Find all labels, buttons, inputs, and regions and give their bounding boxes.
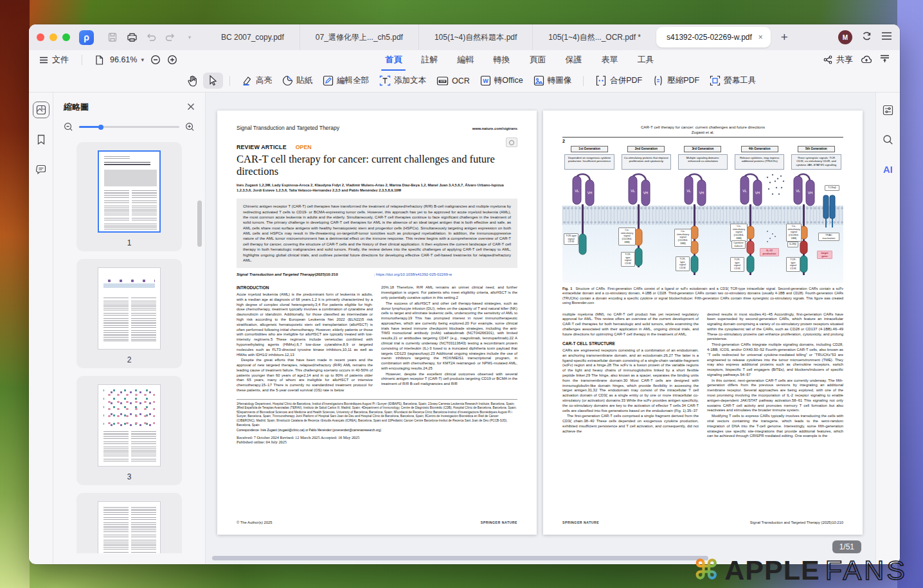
edit-all-tool-button[interactable]: 編輯全部	[318, 73, 374, 89]
main-menu-icon[interactable]	[881, 31, 892, 43]
tool-label: 合併PDF	[610, 75, 642, 86]
document-tab[interactable]: 105(1~4)自然科題本.pdf	[418, 24, 532, 50]
sync-icon[interactable]	[861, 31, 872, 44]
ai-assistant-button[interactable]: AI	[880, 161, 897, 177]
minimize-window-button[interactable]	[49, 33, 57, 41]
titlebar-right: M	[838, 30, 892, 44]
add-text-tool-button[interactable]: 添加文本	[374, 73, 431, 89]
document-tab-active[interactable]: s41392-025-02269-w.pdf ×	[656, 27, 771, 48]
highlight-tool-button[interactable]: 高亮	[237, 73, 277, 89]
slider-zoom-out-icon[interactable]	[64, 122, 73, 132]
column-left: multiple myeloma (MM), no CAR-T cell pro…	[562, 312, 699, 440]
tab-close-icon[interactable]: ×	[758, 33, 763, 41]
slider-knob[interactable]	[98, 125, 103, 130]
slider-track[interactable]	[79, 126, 179, 128]
paragraph: The first-generation CAR-T cells compris…	[562, 414, 699, 434]
page-display-icon[interactable]	[95, 55, 103, 65]
edit-all-icon	[323, 75, 334, 86]
print-icon[interactable]	[123, 29, 140, 46]
zoom-level-dropdown[interactable]: 96.61% ▾	[110, 55, 144, 64]
svg-text:VH: VH	[699, 191, 704, 195]
document-viewer[interactable]: Signal Transduction and Targeted Therapy…	[206, 93, 875, 564]
paragraph: 20%.18 Therefore, R/R AML remains an unm…	[381, 285, 517, 300]
thumbnails-panel-button[interactable]	[33, 102, 49, 118]
tab-protect[interactable]: 保護	[564, 51, 583, 68]
select-tool-button[interactable]	[203, 73, 223, 89]
to-office-tool-button[interactable]: W 轉Office	[475, 73, 528, 89]
compress-pdf-tool-button[interactable]: 壓縮PDF	[647, 73, 704, 89]
horizontal-scrollbar[interactable]	[212, 556, 708, 560]
add-text-icon	[379, 75, 391, 86]
thumbnail-item-3[interactable]: 3	[76, 376, 182, 485]
panel-scrollbar[interactable]	[197, 200, 202, 247]
thumbnail-item-1[interactable]: 1	[76, 142, 182, 251]
paragraph: multiple myeloma (MM), no CAR-T cell pro…	[562, 312, 699, 337]
save-icon[interactable]	[104, 29, 121, 46]
share-button[interactable]: 共享	[823, 54, 853, 66]
file-menu-button[interactable]: 文件	[39, 54, 69, 66]
figure-label: TCR-type signal CD3ζ	[564, 233, 578, 245]
properties-panel-button[interactable]	[880, 102, 897, 118]
column-text: 20%.18 Therefore, R/R AML remains an unm…	[381, 285, 517, 387]
tool-label: 添加文本	[394, 75, 426, 86]
tab-page[interactable]: 頁面	[528, 51, 547, 68]
tab-convert[interactable]: 轉換	[492, 51, 511, 68]
document-tab[interactable]: 07_選修化學上..._ch5.pdf	[300, 24, 418, 50]
tab-annotate[interactable]: 註解	[420, 51, 439, 68]
thumbnail-item-2[interactable]: 2	[76, 259, 182, 368]
section-heading: INTRODUCTION	[237, 285, 373, 291]
undo-icon[interactable]	[143, 29, 159, 46]
svg-text:VH: VH	[587, 191, 593, 195]
page-indicator-badge: 1/51	[832, 540, 861, 553]
panel-close-icon[interactable]	[187, 102, 195, 113]
screen-tools-button[interactable]: 螢幕工具	[704, 73, 761, 89]
compress-pdf-icon	[652, 75, 664, 86]
close-window-button[interactable]	[37, 33, 44, 41]
figure-caption: Fig. 1 Structure of CARs. First-generati…	[562, 287, 843, 306]
thumbnail-page-number: 3	[127, 472, 132, 481]
slider-zoom-in-icon[interactable]	[185, 122, 195, 132]
zoom-in-button[interactable]	[167, 55, 177, 65]
command-logo-icon: ⌘	[693, 557, 719, 584]
paragraph: The success of alloHSCT and other cell t…	[381, 301, 517, 371]
zoom-out-button[interactable]	[150, 55, 161, 65]
doi-link[interactable]: ; https://doi.org/10.1038/s41392-025-022…	[374, 272, 452, 276]
watermark-bold-text: APPLE	[724, 557, 820, 584]
generation-desc: Multiple signaling domains: enhanced co-…	[678, 154, 728, 170]
new-tab-button[interactable]: +	[771, 30, 798, 44]
annotations-panel-button[interactable]	[33, 161, 49, 177]
figure-label: IL-12 production	[760, 248, 779, 257]
paragraph: Third-generation CARs integrate multiple…	[707, 343, 843, 377]
document-tab[interactable]: BC 2007_copy.pdf	[206, 24, 300, 50]
to-image-tool-button[interactable]: 轉圖像	[528, 73, 577, 89]
document-tab[interactable]: 105(1~4)自然..._OCR.pdf *	[532, 24, 656, 50]
tab-edit[interactable]: 編輯	[456, 51, 475, 68]
running-head: CAR-T cell therapy for cancer: current c…	[562, 125, 843, 136]
collapse-toolbar-icon[interactable]	[880, 55, 890, 65]
hand-tool-button[interactable]	[182, 73, 203, 89]
thumbnail-page-image	[98, 267, 161, 350]
toolbar-more-caret-icon[interactable]: ▾	[181, 29, 198, 46]
zoom-window-button[interactable]	[62, 33, 70, 41]
svg-text:VL: VL	[686, 189, 691, 193]
bookmarks-panel-button[interactable]	[33, 131, 49, 148]
ocr-tool-button[interactable]: OCR OCR	[431, 73, 475, 89]
thumbnail-item-4[interactable]: 4	[76, 493, 182, 553]
open-access-label: OPEN	[296, 144, 312, 150]
thumbnail-page-number: 2	[127, 355, 132, 364]
generation-title: 3rd Generation	[684, 146, 721, 152]
account-avatar[interactable]: M	[838, 30, 852, 44]
tool-label: 轉圖像	[548, 75, 572, 86]
tab-form[interactable]: 表單	[600, 51, 619, 68]
redo-icon[interactable]	[162, 29, 179, 46]
thumbnail-panel: 縮略圖	[53, 93, 206, 564]
tab-tools[interactable]: 工具	[636, 51, 655, 68]
merge-pdf-tool-button[interactable]: 合併PDF	[590, 73, 647, 89]
cloud-upload-icon[interactable]	[861, 55, 872, 66]
tab-home[interactable]: 首頁	[384, 51, 403, 68]
publisher-logo-text: SPRINGER NATURE	[481, 521, 517, 524]
search-button[interactable]	[880, 131, 897, 148]
sticker-tool-button[interactable]: 貼紙	[277, 73, 318, 89]
paragraph: In this context, next-generation CAR-T c…	[707, 379, 843, 413]
tool-row: 高亮 貼紙 編輯全部 添加文本 OCR OCR W 轉Office 轉圖像	[29, 69, 900, 93]
